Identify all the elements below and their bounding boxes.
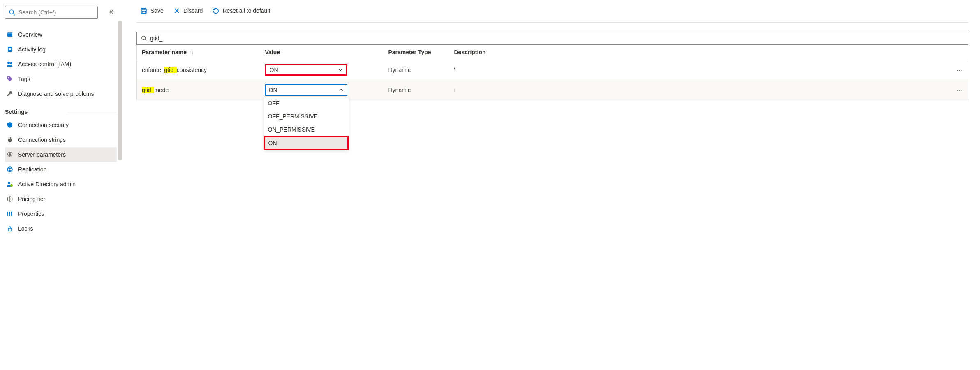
plug-icon — [7, 136, 18, 143]
tag-icon — [7, 76, 18, 82]
param-type-cell: Dynamic — [384, 60, 449, 80]
sidebar-item-label: Pricing tier — [18, 196, 45, 202]
sidebar-item-pricing-tier[interactable]: Pricing tier — [5, 192, 117, 206]
properties-icon — [7, 210, 18, 217]
svg-line-1 — [13, 14, 15, 15]
reset-button[interactable]: Reset all to default — [208, 5, 274, 16]
save-label: Save — [150, 7, 164, 14]
admin-icon — [7, 181, 18, 187]
value-dropdown-selected: ON — [269, 87, 277, 93]
close-icon — [173, 7, 180, 14]
search-icon — [9, 9, 15, 16]
sidebar: Overview Activity log Access control (IA… — [0, 0, 122, 370]
svg-point-9 — [8, 77, 9, 79]
sidebar-item-diagnose[interactable]: Diagnose and solve problems — [5, 86, 117, 101]
sidebar-item-connection-strings[interactable]: Connection strings — [5, 132, 117, 147]
svg-line-25 — [145, 39, 147, 41]
sidebar-item-label: Connection security — [18, 122, 69, 128]
svg-rect-17 — [9, 212, 10, 216]
svg-rect-3 — [7, 32, 12, 34]
dropdown-option-on[interactable]: ON — [264, 136, 349, 150]
col-header-type[interactable]: Parameter Type — [384, 45, 449, 60]
sidebar-item-label: Activity log — [18, 46, 46, 53]
param-desc-cell: Indicates if global transaction identifi… — [449, 80, 952, 100]
svg-rect-18 — [11, 212, 12, 216]
dropdown-options-list: OFF OFF_PERMISSIVE ON_PERMISSIVE ON — [264, 97, 349, 150]
param-name-post: mode — [154, 87, 169, 93]
sidebar-search-input[interactable] — [18, 6, 94, 18]
sidebar-item-locks[interactable]: Locks — [5, 221, 117, 236]
sidebar-search-box[interactable] — [5, 6, 98, 19]
save-button[interactable]: Save — [136, 5, 168, 16]
chevron-double-left-icon — [109, 9, 114, 15]
dropdown-option-off[interactable]: OFF — [264, 97, 349, 110]
reset-label: Reset all to default — [222, 7, 270, 14]
sidebar-item-label: Locks — [18, 225, 33, 232]
sidebar-item-label: Server parameters — [18, 151, 66, 158]
svg-rect-20 — [143, 8, 145, 10]
col-header-name[interactable]: Parameter name ↑↓ — [137, 45, 260, 60]
table-header-row: Parameter name ↑↓ Value Parameter Type D… — [137, 45, 968, 60]
row-actions-button[interactable]: ··· — [952, 60, 968, 80]
sidebar-item-tags[interactable]: Tags — [5, 72, 117, 86]
sidebar-section-settings: Settings — [5, 109, 117, 115]
lock-icon — [7, 225, 18, 232]
svg-rect-21 — [142, 11, 146, 13]
sidebar-item-label: Properties — [18, 210, 44, 217]
col-header-value[interactable]: Value — [260, 45, 384, 60]
svg-rect-6 — [9, 49, 11, 50]
table-row: enforce_gtid_consistency ON Dynamic When… — [137, 60, 968, 80]
param-desc-cell: When enable, this option enforces GTID c… — [449, 60, 952, 80]
undo-icon — [213, 7, 219, 14]
chevron-up-icon — [339, 88, 344, 92]
param-name-cell: enforce_gtid_consistency — [137, 60, 260, 80]
pricing-icon — [7, 196, 18, 202]
sort-icon: ↑↓ — [187, 50, 194, 56]
value-dropdown-selected: ON — [270, 67, 278, 73]
sidebar-item-connection-security[interactable]: Connection security — [5, 118, 117, 132]
sidebar-item-activity-log[interactable]: Activity log — [5, 42, 117, 57]
svg-point-13 — [8, 182, 10, 184]
shield-icon — [7, 122, 18, 128]
col-header-name-label: Parameter name — [142, 49, 187, 56]
row-actions-button[interactable]: ··· — [952, 80, 968, 100]
sidebar-item-properties[interactable]: Properties — [5, 206, 117, 221]
wrench-icon — [7, 90, 18, 97]
sidebar-item-label: Overview — [18, 31, 42, 38]
svg-point-10 — [9, 153, 11, 156]
param-name-post: consistency — [177, 67, 207, 73]
svg-point-14 — [10, 184, 13, 187]
database-icon — [7, 31, 18, 38]
col-header-desc[interactable]: Description — [449, 45, 952, 60]
sidebar-item-overview[interactable]: Overview — [5, 27, 117, 42]
sidebar-item-access-control[interactable]: Access control (IAM) — [5, 57, 117, 72]
value-dropdown-enforce-gtid[interactable]: ON — [265, 64, 347, 76]
main-content: Save Discard Reset all to default Parame… — [122, 0, 980, 370]
svg-point-0 — [9, 10, 14, 14]
log-icon — [7, 46, 18, 53]
parameters-table: Parameter name ↑↓ Value Parameter Type D… — [136, 45, 968, 100]
filter-input[interactable] — [150, 32, 964, 44]
sidebar-scrollbar[interactable] — [118, 21, 122, 160]
sidebar-item-label: Replication — [18, 166, 46, 173]
sidebar-item-label: Connection strings — [18, 136, 66, 143]
svg-point-7 — [7, 62, 10, 64]
sidebar-item-server-parameters[interactable]: Server parameters — [5, 147, 117, 162]
param-type-cell: Dynamic — [384, 80, 449, 100]
value-dropdown-gtid-mode[interactable]: ON — [265, 84, 347, 96]
filter-box[interactable] — [136, 32, 968, 45]
toolbar: Save Discard Reset all to default — [136, 5, 968, 23]
sidebar-search-row — [5, 6, 117, 19]
sidebar-item-aad-admin[interactable]: Active Directory admin — [5, 177, 117, 192]
sidebar-item-label: Tags — [18, 76, 30, 82]
dropdown-option-on-permissive[interactable]: ON_PERMISSIVE — [264, 123, 349, 136]
discard-button[interactable]: Discard — [169, 5, 207, 16]
dropdown-option-off-permissive[interactable]: OFF_PERMISSIVE — [264, 110, 349, 123]
param-name-highlight: gtid_ — [142, 87, 154, 93]
people-icon — [7, 61, 18, 67]
sidebar-item-label: Access control (IAM) — [18, 61, 71, 67]
globe-icon — [7, 166, 18, 173]
param-name-cell: gtid_mode — [137, 80, 260, 100]
collapse-sidebar-button[interactable] — [106, 7, 117, 18]
sidebar-item-replication[interactable]: Replication — [5, 162, 117, 177]
